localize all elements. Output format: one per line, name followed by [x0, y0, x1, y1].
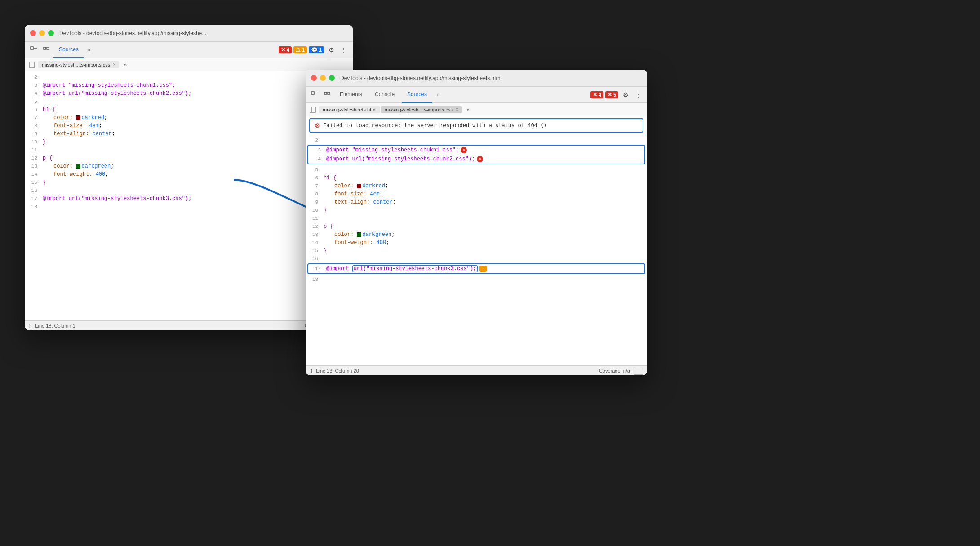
more-tabs-1[interactable]: » — [85, 47, 93, 53]
devtools-window-2: DevTools - devtools-dbg-stories.netlify.… — [306, 70, 647, 375]
window-title-2: DevTools - devtools-dbg-stories.netlify.… — [340, 75, 642, 81]
window-controls-1 — [30, 30, 54, 36]
status-bar-1: {} Line 18, Column 1 Coverage: n/a — [25, 320, 353, 330]
gear-icon-1[interactable]: ⚙ — [326, 44, 337, 55]
warning-line-box: 17 @import url("missing-stylesheets-chun… — [307, 263, 645, 274]
elements-icon[interactable] — [41, 44, 52, 55]
code-line-2: 2 — [25, 73, 353, 81]
code-line-13: 13 color: darkgreen; — [25, 162, 353, 170]
status-bar-2: {} Line 13, Column 20 Coverage: n/a — [306, 365, 647, 375]
window-title-1: DevTools - devtools-dbg-stories.netlify.… — [59, 30, 347, 36]
toolbar-2: Elements Console Sources » ✕ 4 ✕ 5 ⚙ ⋮ — [306, 87, 647, 103]
svg-rect-11 — [310, 107, 315, 112]
error-badge-1[interactable]: ✕ 4 — [279, 46, 292, 53]
code-line-8: 8 font-size: 4em; — [25, 122, 353, 130]
error-badge-2b[interactable]: ✕ 5 — [605, 91, 618, 98]
more-tabs-2[interactable]: » — [434, 92, 443, 98]
w2-code-line-15: 15 } — [306, 247, 647, 255]
sidebar-toggle-2[interactable] — [307, 104, 318, 115]
code-line-10: 10 } — [25, 138, 353, 146]
file-tab-css-1[interactable]: missing-stylesh...ts-imports.css × — [38, 61, 119, 68]
toolbar-1: Sources » ✕ 4 ⚠ 1 💬 1 ⚙ ⋮ — [25, 42, 353, 58]
code-line-3: 3 @import "missing-stylesheets-chukn1.cs… — [25, 81, 353, 89]
minimize-button-1[interactable] — [39, 30, 45, 36]
svg-rect-7 — [311, 92, 314, 94]
window-controls-2 — [311, 75, 335, 81]
w2-code-line-7: 7 color: darkred; — [306, 182, 647, 190]
file-tabs-1: missing-stylesh...ts-imports.css × » — [25, 58, 353, 71]
file-tab-css-2[interactable]: missing-stylesh...ts-imports.css × — [381, 106, 462, 113]
message-badge-1[interactable]: 💬 1 — [309, 46, 324, 53]
w2-code-line-17: 17 @import url("missing-stylesheets-chun… — [308, 264, 644, 273]
titlebar-2: DevTools - devtools-dbg-stories.netlify.… — [306, 70, 647, 87]
w2-code-line-5: 5 — [306, 166, 647, 174]
coverage-text-2: Coverage: n/a — [599, 368, 630, 373]
status-text-1: Line 18, Column 1 — [35, 323, 75, 328]
w2-code-line-16: 16 — [306, 255, 647, 263]
sources-tab-1[interactable]: Sources — [53, 42, 84, 58]
svg-rect-0 — [31, 47, 33, 49]
svg-rect-10 — [328, 92, 330, 94]
code-line-7: 7 color: darkred; — [25, 114, 353, 122]
w2-code-line-6: 6 h1 { — [306, 174, 647, 182]
code-line-16: 16 — [25, 186, 353, 195]
close-button-2[interactable] — [311, 75, 317, 81]
file-tab-name-css-2: missing-stylesh...ts-imports.css — [385, 107, 453, 112]
maximize-button-1[interactable] — [48, 30, 54, 36]
w2-code-line-2: 2 — [306, 136, 647, 144]
brackets-icon-1: {} — [28, 323, 31, 328]
code-editor-2: 2 3 @import "missing-stylesheets-chukn1.… — [306, 134, 647, 365]
error-badge-2a[interactable]: ✕ 4 — [590, 91, 603, 98]
svg-rect-4 — [29, 62, 35, 67]
w2-code-line-10: 10 } — [306, 206, 647, 214]
file-tab-close-2[interactable]: × — [456, 107, 458, 112]
screenshot-icon-2[interactable] — [634, 367, 643, 375]
menu-icon-2[interactable]: ⋮ — [633, 89, 643, 100]
console-tab-2[interactable]: Console — [369, 87, 400, 103]
menu-icon-1[interactable]: ⋮ — [338, 44, 349, 55]
file-tabs-2: missing-stylesheets.html missing-stylesh… — [306, 103, 647, 116]
svg-rect-3 — [47, 47, 49, 49]
code-line-5: 5 — [25, 98, 353, 106]
error-count-2b: 5 — [613, 92, 616, 98]
error-circle-icon: ⊗ — [315, 121, 320, 129]
message-count-1: 1 — [319, 47, 322, 53]
elements-icon-2[interactable] — [322, 89, 333, 100]
inspect-icon-2[interactable] — [309, 89, 320, 100]
elements-tab-2[interactable]: Elements — [334, 87, 368, 103]
w2-code-line-13: 13 color: darkgreen; — [306, 231, 647, 239]
devtools-content-1: Sources » ✕ 4 ⚠ 1 💬 1 ⚙ ⋮ — [25, 42, 353, 330]
warning-badge-1[interactable]: ⚠ 1 — [293, 46, 307, 53]
code-line-17: 17 @import url("missing-stylesheets-chun… — [25, 195, 353, 203]
file-tab-name-1: missing-stylesh...ts-imports.css — [42, 62, 110, 67]
sources-tab-2[interactable]: Sources — [402, 87, 432, 103]
devtools-window-1: DevTools - devtools-dbg-stories.netlify.… — [25, 25, 353, 330]
w2-code-line-9: 9 text-align: center; — [306, 198, 647, 206]
svg-rect-2 — [44, 47, 46, 49]
file-tab-html[interactable]: missing-stylesheets.html — [319, 106, 380, 113]
status-text-2: Line 13, Column 20 — [316, 368, 359, 373]
code-line-12: 12 p { — [25, 154, 353, 162]
sidebar-toggle-1[interactable] — [27, 59, 37, 70]
w2-code-line-18: 18 — [306, 275, 647, 284]
minimize-button-2[interactable] — [320, 75, 326, 81]
file-tab-name-html: missing-stylesheets.html — [323, 107, 377, 112]
svg-rect-9 — [324, 92, 327, 94]
code-editor-1: 2 3 @import "missing-stylesheets-chukn1.… — [25, 71, 353, 320]
maximize-button-2[interactable] — [329, 75, 335, 81]
brackets-icon-2: {} — [309, 368, 312, 373]
w2-code-line-3: 3 @import "missing-stylesheets-chukn1.cs… — [308, 146, 644, 155]
error-count-1: 4 — [287, 47, 289, 53]
w2-code-line-14: 14 font-weight: 400; — [306, 239, 647, 247]
close-button-1[interactable] — [30, 30, 36, 36]
gear-icon-2[interactable]: ⚙ — [620, 89, 631, 100]
inspect-icon[interactable] — [28, 44, 39, 55]
more-files-icon[interactable]: » — [120, 59, 131, 70]
error-count-2a: 4 — [599, 92, 601, 98]
file-tab-close-1[interactable]: × — [113, 62, 115, 67]
more-files-icon-2[interactable]: » — [463, 104, 474, 115]
code-line-18: 18 — [25, 203, 353, 211]
code-line-15: 15 } — [25, 178, 353, 186]
code-line-6: 6 h1 { — [25, 106, 353, 114]
code-line-11: 11 — [25, 146, 353, 154]
